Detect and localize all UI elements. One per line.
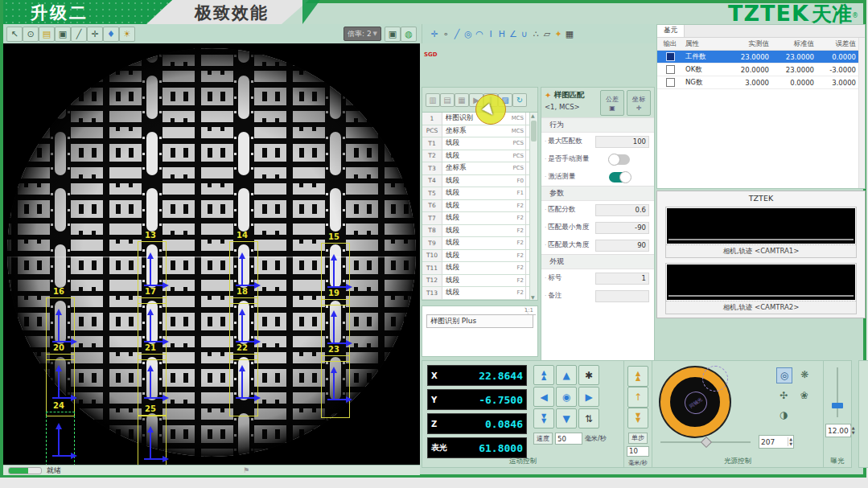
dome-light-icon[interactable]: ❀ (797, 388, 812, 403)
jog-up-icon[interactable]: ▲ (556, 365, 577, 385)
results-row[interactable]: NG数3.00000.00003.0000NA, NA (657, 76, 865, 89)
property-input[interactable]: 0.6 (595, 204, 649, 216)
z-up-icon[interactable]: ↑ (627, 387, 648, 408)
gallery-icon[interactable]: ▤ (39, 27, 55, 42)
sequence-list[interactable]: 1样图识别MCS✓PCS坐标系MCST1线段PCST2线段PCST3坐标系PCS… (422, 113, 538, 301)
status-text: 就绪 (47, 465, 61, 476)
property-input[interactable]: 100 (595, 136, 649, 148)
circle-tool-icon[interactable]: ◎ (463, 27, 474, 41)
distance-tool-icon[interactable]: I (485, 27, 496, 41)
sequence-row[interactable]: T10线段F2 (422, 250, 537, 263)
coaxial-light-icon[interactable]: ❋ (797, 367, 812, 382)
blob-tool-icon[interactable]: ∴ (530, 27, 541, 41)
output-checkbox[interactable] (666, 52, 675, 61)
magnification-dropdown[interactable]: 倍率: 2 ▼ (343, 27, 381, 41)
light-intensity-slider[interactable] (660, 441, 751, 443)
jog-fast-up-icon[interactable]: ▲▲ (533, 365, 554, 385)
results-scrollbar[interactable] (858, 38, 865, 188)
refresh-icon[interactable]: ↻ (512, 93, 527, 107)
capture-frame-icon[interactable]: ▣ (55, 27, 71, 42)
import-icon[interactable]: ▥ (426, 93, 440, 107)
sequence-row[interactable]: T2线段PCS (422, 150, 537, 163)
template-match-icon: ✦ (545, 91, 551, 100)
trace-panel-title: TZTEK (657, 191, 865, 205)
sequence-row[interactable]: PCS坐标系MCS (422, 125, 537, 138)
sequence-scrollbar[interactable] (529, 113, 537, 300)
property-input[interactable]: 90 (595, 240, 649, 252)
property-input[interactable] (595, 290, 649, 302)
curve-tool-icon[interactable]: ∪ (519, 27, 530, 41)
segment-light-icon[interactable]: ✣ (776, 388, 791, 403)
sequence-row[interactable]: T7线段F2 (422, 212, 537, 225)
spinner-arrows-icon[interactable]: ▲▼ (850, 426, 856, 435)
measure-line-icon[interactable]: ╱ (71, 27, 87, 42)
point-tool-icon[interactable]: ∘ (440, 27, 451, 41)
globe-icon[interactable]: ◍ (401, 27, 417, 42)
sequence-row[interactable]: T3坐标系PCS (422, 162, 537, 175)
jog-left-icon[interactable]: ◀ (533, 387, 554, 407)
color-tool-icon[interactable]: ✦ (553, 27, 564, 41)
zoom-icon[interactable]: ⊙ (23, 27, 39, 42)
line-tool-icon[interactable]: ╱ (451, 27, 463, 41)
jog-stop-icon[interactable]: ◉ (556, 387, 577, 407)
output-checkbox[interactable] (666, 78, 675, 87)
sequence-row[interactable]: T4线段F0 (422, 175, 537, 188)
exposure-spinner[interactable]: 12.00 ▲▼ (825, 424, 851, 437)
settings-gear-icon[interactable]: ✱ (578, 365, 599, 385)
jog-right-icon[interactable]: ▶ (578, 387, 599, 407)
light-value-spinner[interactable]: 207 ▲▼ (759, 435, 794, 449)
mask-tool-icon[interactable]: ▱ (541, 27, 553, 41)
step-input[interactable]: 10 (627, 446, 649, 457)
speed-input[interactable]: 50 (555, 433, 582, 445)
spinner-arrows-icon[interactable]: ▲▼ (788, 437, 793, 446)
tolerance-button[interactable]: 公差 ▣ (600, 90, 624, 116)
probe-icon[interactable]: ♦ (103, 27, 119, 42)
output-checkbox[interactable] (666, 65, 675, 74)
property-row: ·是否手动测量 (541, 150, 654, 168)
light-ring-diagram[interactable]: 同轴光 (660, 367, 730, 437)
sequence-row[interactable]: T8线段F2 (422, 225, 537, 238)
axis-label: X (431, 371, 452, 380)
sequence-row-frame: MCS (503, 125, 525, 137)
ring-light-icon[interactable]: ◎ (776, 367, 792, 383)
arc-tool-icon[interactable]: ◠ (474, 27, 485, 41)
template-name-field[interactable]: 样图识别 Plus (426, 314, 533, 328)
snapshot-camera-icon[interactable]: ▣ (385, 27, 401, 42)
z-fast-down-icon[interactable]: ▼▼ (627, 408, 648, 429)
sequence-row[interactable]: T13线段F2 (422, 287, 537, 300)
wafer-image[interactable]: 13141516171819202122232425 (3, 43, 420, 465)
angle-tool-icon[interactable]: ∠ (508, 27, 519, 41)
property-input[interactable]: -90 (595, 222, 649, 234)
exposure-slider[interactable] (837, 367, 838, 417)
sequence-row[interactable]: T11线段F2 (422, 262, 537, 275)
step-mode-button[interactable]: 单步 (628, 433, 648, 444)
property-input[interactable]: 1 (595, 273, 649, 285)
crosshair-icon[interactable]: ✛ (87, 27, 103, 42)
jog-config-icon[interactable]: ⇅ (578, 408, 599, 429)
sequence-row[interactable]: T1线段PCS (422, 137, 537, 150)
results-row[interactable]: OK数20.000023.0000-3.0000NA, NA (657, 64, 865, 76)
save-icon[interactable]: ▦ (455, 93, 469, 107)
sequence-row[interactable]: T9线段F2 (422, 237, 537, 250)
z-fast-up-icon[interactable]: ▲▲ (627, 366, 648, 387)
copy-icon[interactable]: ▤ (440, 93, 455, 107)
backlight-icon[interactable]: ◑ (776, 408, 791, 422)
sequence-row[interactable]: T5线段F1 (422, 187, 537, 200)
sequence-row-name: 线段 (442, 275, 503, 287)
jog-down-icon[interactable]: ▼ (556, 408, 577, 429)
grid-tool-icon[interactable]: ▦ (564, 27, 575, 41)
sequence-row[interactable]: T12线段F2 (422, 275, 537, 288)
jog-fast-down-icon[interactable]: ▼▼ (533, 408, 554, 429)
light-bulb-icon[interactable]: ☀ (119, 27, 135, 42)
viewer-toolbar: ↖⊙▤▣╱✛♦☀ 倍率: 2 ▼ ▣◍ (3, 24, 420, 43)
sequence-row-id: PCS (422, 125, 442, 137)
results-row[interactable]: 工件数23.000023.00000.0000NA, NA (657, 51, 865, 64)
property-toggle[interactable] (609, 172, 630, 182)
coordinate-button[interactable]: 坐标 ✛ (627, 90, 651, 116)
sequence-row[interactable]: T6线段F2 (422, 200, 537, 213)
width-tool-icon[interactable]: H (496, 27, 508, 41)
tab-primitives[interactable]: 基元 (657, 25, 685, 37)
property-toggle[interactable] (609, 154, 630, 165)
coordinate-axis-icon[interactable]: ✛ (429, 27, 440, 41)
select-cursor-icon[interactable]: ↖ (6, 27, 23, 42)
